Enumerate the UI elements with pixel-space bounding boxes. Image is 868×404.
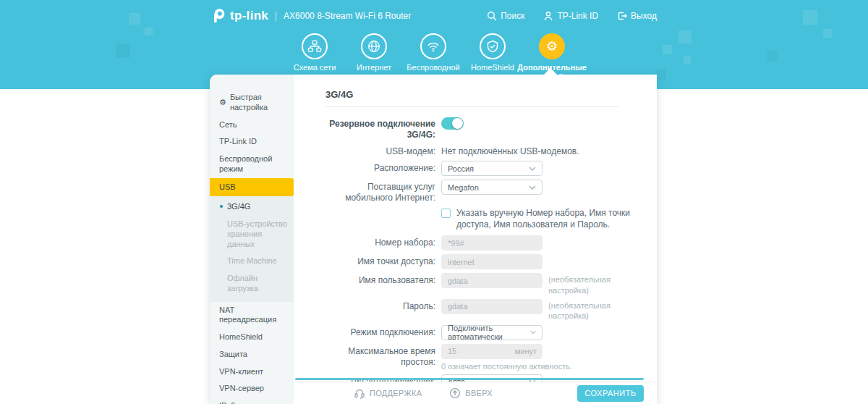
account-icon (543, 11, 553, 21)
usb-modem-status: Нет подключённых USB-модемов. (441, 144, 579, 157)
sidebar: ⚙ Быстрая настройка Сеть TP-Link ID Бесп… (210, 75, 294, 404)
spacer-label (326, 207, 441, 230)
arrow-up-circle-icon (449, 387, 461, 399)
search-icon (487, 11, 497, 21)
main-panel: 3G/4G Резервное подключение 3G/4G: USB-м… (294, 75, 657, 382)
sidebar-item-label: Быстрая настройка (230, 93, 288, 113)
tab-label: HomeShield (471, 63, 514, 72)
username-label: Имя пользователя: (326, 273, 441, 295)
sidebar-subitem-time-machine[interactable]: Time Machine (210, 253, 294, 270)
scroll-to-top-button[interactable]: ВВЕРХ (449, 387, 493, 399)
sidebar-item-label: Сеть (219, 120, 237, 129)
router-model: AX6000 8-Stream Wi-Fi 6 Router (284, 11, 411, 21)
sidebar-item-nat-forwarding[interactable]: NAT переадресация (210, 302, 294, 329)
sidebar-item-label: VPN-сервер (219, 384, 264, 392)
sidebar-item-label: NAT переадресация (219, 306, 276, 324)
max-idle-time-hint: 0 означает постоянную активность. (441, 362, 572, 371)
sidebar-item-quick-setup[interactable]: ⚙ Быстрая настройка (210, 89, 294, 117)
tplink-id-label: TP-Link ID (557, 11, 598, 21)
tab-circle (420, 33, 446, 59)
sidebar-item-vpn-client[interactable]: VPN-клиент (210, 363, 294, 381)
logout-label: Выход (631, 11, 657, 21)
location-select[interactable]: Россия (441, 161, 542, 176)
deco-square (116, 43, 130, 58)
tplink-id-button[interactable]: TP-Link ID (543, 11, 598, 21)
sidebar-subitem-3g4g[interactable]: 3G/4G (210, 198, 294, 216)
home-shield-icon (485, 39, 500, 54)
tab-label: Дополнительные настройки (517, 63, 587, 81)
sidebar-item-tplink-id[interactable]: TP-Link ID (210, 133, 294, 151)
sidebar-item-label: HomeShield (219, 332, 263, 341)
dial-number-input (441, 235, 542, 251)
apn-label: Имя точки доступа: (326, 254, 441, 269)
sidebar-item-vpn-server[interactable]: VPN-сервер (210, 380, 294, 397)
sidebar-item-label: USB (219, 182, 236, 191)
sidebar-item-ipv6[interactable]: IPv6 (210, 397, 294, 404)
main-nav: Схема сети Интернет Беспроводной режим (216, 33, 650, 81)
tab-label: Беспроводной режим (404, 63, 463, 81)
headset-icon (354, 387, 365, 399)
location-selected-value: Россия (448, 164, 474, 173)
username-input (441, 273, 542, 288)
network-map-icon (307, 39, 322, 54)
topbar: tp-link AX6000 8-Stream Wi-Fi 6 Router П… (210, 0, 657, 32)
sidebar-item-label: Защита (219, 350, 247, 358)
globe-icon (367, 39, 381, 54)
tab-circle: ⚙ (539, 33, 565, 59)
sidebar-subitem-usb-storage[interactable]: USB-устройство хранения данных (210, 216, 294, 253)
sidebar-item-homeshield[interactable]: HomeShield (210, 329, 294, 346)
manual-settings-checkbox[interactable] (441, 209, 451, 218)
connection-mode-label: Режим подключения: (326, 325, 441, 340)
tab-advanced-settings[interactable]: ⚙ Дополнительные настройки (522, 33, 582, 81)
sidebar-item-wireless[interactable]: Беспроводной режим (210, 151, 294, 178)
wifi-icon (426, 39, 441, 54)
tplink-logo: tp-link (210, 7, 268, 25)
toggle-knob (452, 118, 463, 129)
logout-button[interactable]: Выход (617, 11, 657, 21)
sidebar-item-label: TP-Link ID (219, 137, 257, 146)
sidebar-item-label: IPv6 (219, 401, 235, 404)
tab-circle (480, 33, 506, 59)
search-button[interactable]: Поиск (487, 11, 524, 21)
tab-wireless[interactable]: Беспроводной режим (404, 33, 463, 81)
topbar-divider (276, 12, 276, 21)
sidebar-item-label: Беспроводной режим (219, 154, 272, 173)
tab-circle (361, 33, 387, 59)
password-label: Пароль: (326, 299, 441, 321)
support-button[interactable]: ПОДДЕРЖКА (354, 387, 422, 399)
gear-icon: ⚙ (546, 40, 558, 53)
manual-settings-checkbox-label: Указать вручную Номер набора, Имя точки … (456, 207, 637, 230)
usb-modem-label: USB-модем: (326, 144, 441, 157)
isp-select[interactable]: Megafon (441, 180, 542, 195)
deco-square (823, 29, 832, 38)
sidebar-item-usb[interactable]: USB (210, 178, 294, 197)
sidebar-item-label: VPN-клиент (219, 367, 263, 376)
usb-submenu: 3G/4G USB-устройство хранения данных Tim… (210, 196, 294, 301)
support-label: ПОДДЕРЖКА (370, 389, 422, 397)
backup-connection-toggle[interactable] (441, 117, 464, 130)
sidebar-subitem-label: Time Machine (227, 256, 277, 265)
sidebar-item-security[interactable]: Защита (210, 346, 294, 363)
connection-mode-selected-value: Подключить автоматически (448, 324, 530, 341)
tab-internet[interactable]: Интернет (344, 33, 404, 81)
max-idle-time-label: Максимальное время простоя: (326, 344, 441, 371)
page-title: 3G/4G (326, 89, 618, 107)
deco-square (767, 51, 778, 62)
tab-homeshield[interactable]: HomeShield (463, 33, 522, 81)
tab-network-map[interactable]: Схема сети (285, 33, 344, 81)
sidebar-subitem-label: 3G/4G (227, 202, 250, 211)
sidebar-subitem-offline-download[interactable]: Офлайн загрузка (210, 270, 294, 298)
horizontal-scrollbar[interactable] (295, 378, 644, 380)
deco-square (684, 56, 691, 64)
max-idle-time-unit: минут (515, 347, 537, 355)
connection-mode-select[interactable]: Подключить автоматически (441, 325, 542, 340)
deco-square (678, 30, 692, 43)
content-card: ⚙ Быстрая настройка Сеть TP-Link ID Бесп… (210, 75, 657, 404)
search-label: Поиск (501, 11, 524, 21)
dial-number-label: Номер набора: (326, 235, 441, 251)
scroll-to-top-label: ВВЕРХ (465, 389, 493, 397)
sidebar-item-network[interactable]: Сеть (210, 117, 294, 134)
deco-square (129, 13, 140, 25)
save-button[interactable]: СОХРАНИТЬ (577, 385, 644, 402)
password-input (441, 299, 542, 314)
